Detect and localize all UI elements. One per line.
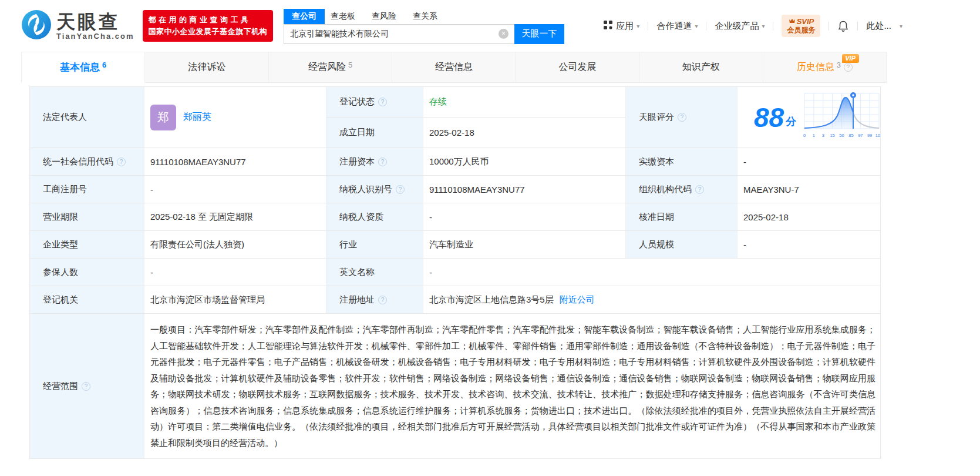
establish-date-value: 2025-02-18: [423, 117, 625, 148]
tab-legal-proceedings[interactable]: 法律诉讼: [145, 52, 268, 82]
clear-search-icon[interactable]: ×: [499, 29, 508, 39]
section-tabbar: 基本信息 6 法律诉讼 经营风险 5 经营信息 公司发展 知识产权 VIP 历史…: [21, 52, 887, 83]
registry-authority-label: 登记机关: [30, 286, 144, 313]
chevron-down-icon: ▾: [900, 23, 902, 29]
slogan-line1: 都在用的商业查询工具: [149, 14, 268, 26]
search-block: 查公司 查老板 查风险 查关系 × 天眼一下: [284, 8, 564, 44]
tab-business-info[interactable]: 经营信息: [392, 52, 516, 82]
reg-status-value: 存续: [423, 87, 625, 117]
search-input[interactable]: [284, 29, 499, 39]
help-icon[interactable]: ?: [117, 157, 126, 166]
org-code-value: MAEAY3NU-7: [737, 176, 880, 203]
table-row: 统一社会信用代码? 91110108MAEAY3NU77 注册资本? 10000…: [30, 148, 880, 176]
table-row: 企业类型 有限责任公司(法人独资) 行业 汽车制造业 人员规模 -: [30, 231, 880, 259]
score-value: 88 分: [737, 87, 880, 148]
table-row: 营业期限 2025-02-18 至 无固定期限 纳税人资质 - 核准日期 202…: [30, 203, 880, 231]
status-badge: 存续: [429, 96, 447, 108]
search-tabs: 查公司 查老板 查风险 查关系: [284, 8, 564, 24]
brand-domain: TianYanCha.com: [56, 32, 134, 41]
svg-text:0: 0: [803, 133, 806, 138]
header-nav: 应用 ▾ 合作通道 ▾ 企业级产品 ▾ SVIP 会员服务: [604, 15, 902, 37]
help-icon[interactable]: ?: [396, 185, 405, 194]
vip-badge: VIP: [842, 54, 859, 63]
legal-rep-link[interactable]: 郑丽英: [183, 111, 211, 123]
industry-label: 行业: [326, 231, 423, 258]
score-label: 天眼评分 ?: [625, 87, 737, 148]
tab-basic-info[interactable]: 基本信息 6: [21, 52, 145, 83]
help-icon[interactable]: ?: [82, 382, 90, 391]
nearby-companies-link[interactable]: 附近公司: [560, 294, 595, 306]
svg-text:99: 99: [867, 133, 872, 138]
divider: [829, 22, 829, 31]
insured-count-label: 参保人数: [30, 259, 144, 286]
tab-company-development[interactable]: 公司发展: [516, 52, 639, 82]
legal-rep-value: 郑 郑丽英: [144, 87, 326, 148]
help-icon[interactable]: ?: [844, 63, 853, 72]
tab-count: 5: [348, 61, 352, 69]
svg-text:85: 85: [848, 133, 853, 138]
svip-sublabel: 会员服务: [787, 26, 815, 35]
business-reg-no-label: 工商注册号: [30, 176, 144, 203]
tab-operating-risk[interactable]: 经营风险 5: [269, 52, 392, 82]
user-name: 此处...: [866, 21, 891, 32]
org-code-label: 组织机构代码?: [625, 176, 737, 203]
credit-code-label: 统一社会信用代码?: [30, 148, 144, 175]
svg-text:1: 1: [813, 133, 815, 138]
tab-label: 知识产权: [682, 61, 720, 73]
help-icon[interactable]: ?: [678, 113, 686, 122]
svip-label: SVIP: [797, 17, 814, 26]
nav-apps[interactable]: 应用 ▾: [604, 21, 639, 32]
brand-name: 天眼查: [56, 12, 134, 32]
tab-label: 历史信息: [797, 61, 834, 73]
tab-count: 6: [102, 61, 106, 69]
help-icon[interactable]: ?: [378, 157, 387, 166]
tab-history-info[interactable]: VIP 历史信息 3 ?: [763, 52, 887, 82]
search-button[interactable]: 天眼一下: [514, 24, 564, 44]
avatar[interactable]: 郑: [150, 105, 176, 130]
search-tab-relation[interactable]: 查关系: [407, 9, 443, 24]
divider: [648, 22, 648, 31]
search-tab-risk[interactable]: 查风险: [366, 9, 402, 24]
svg-text:15: 15: [830, 133, 835, 138]
nav-apps-label: 应用: [616, 21, 634, 32]
search-tab-company[interactable]: 查公司: [284, 9, 325, 24]
table-row: 参保人数 - 英文名称 -: [30, 259, 880, 286]
staff-size-label: 人员规模: [625, 231, 737, 258]
reg-address-label: 注册地址?: [326, 286, 423, 313]
nav-partner-label: 合作通道: [656, 21, 692, 32]
business-scope-text: 一般项目：汽车零部件研发；汽车零部件及配件制造；汽车零部件再制造；汽车零配件零售…: [144, 314, 881, 458]
paid-capital-value: -: [737, 148, 880, 175]
divider: [857, 22, 858, 31]
app-grid-icon: [604, 21, 612, 31]
svg-text:50: 50: [840, 133, 844, 138]
approval-date-value: 2025-02-18: [737, 203, 880, 230]
chevron-down-icon: ▾: [695, 23, 698, 29]
chevron-down-icon: ▾: [762, 23, 765, 29]
svip-member-button[interactable]: SVIP 会员服务: [782, 15, 820, 37]
company-type-value: 有限责任公司(法人独资): [144, 231, 326, 258]
nav-enterprise[interactable]: 企业级产品 ▾: [715, 21, 765, 32]
business-scope-label: 经营范围 ?: [30, 314, 144, 458]
taxpayer-qualification-value: -: [423, 203, 625, 230]
divider: [706, 22, 706, 31]
user-menu[interactable]: 此处... ▾: [866, 21, 902, 32]
business-reg-no-value: -: [144, 176, 326, 203]
nav-partner[interactable]: 合作通道 ▾: [656, 21, 698, 32]
search-input-wrap: ×: [284, 24, 514, 44]
tab-intellectual-property[interactable]: 知识产权: [639, 52, 763, 82]
business-term-label: 营业期限: [30, 203, 144, 230]
reg-address-value: 北京市海淀区上地信息路3号5层 附近公司: [423, 286, 880, 313]
tab-label: 公司发展: [558, 61, 596, 73]
tianyancha-logo[interactable]: 天眼查 TianYanCha.com: [21, 9, 134, 42]
search-row: × 天眼一下: [284, 24, 564, 44]
help-icon[interactable]: ?: [378, 98, 387, 106]
help-icon[interactable]: ?: [378, 296, 387, 304]
industry-value: 汽车制造业: [423, 231, 625, 258]
taxpayer-id-value: 91110108MAEAY3NU77: [423, 176, 625, 203]
svg-text:97: 97: [858, 133, 863, 138]
notification-bell-icon[interactable]: [837, 20, 849, 32]
search-tab-boss[interactable]: 查老板: [325, 9, 361, 24]
brand-slogan-badge: 都在用的商业查询工具 国家中小企业发展子基金旗下机构: [143, 10, 274, 42]
reg-capital-value: 10000万人民币: [423, 148, 625, 175]
help-icon[interactable]: ?: [695, 185, 704, 194]
